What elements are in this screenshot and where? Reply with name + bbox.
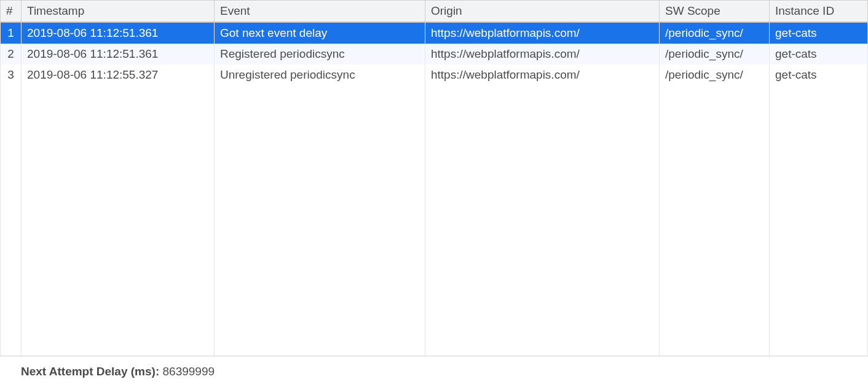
cell-instance_id: get-cats [770,44,868,64]
cell-origin: https://webplatformapis.com/ [425,44,660,64]
table-row[interactable]: 12019-08-06 11:12:51.361Got next event d… [1,22,868,44]
cell-scope: /periodic_sync/ [660,64,770,85]
col-header-index[interactable]: # [1,1,22,23]
cell-scope: /periodic_sync/ [660,22,770,44]
status-bar: Next Attempt Delay (ms): 86399999 [0,356,868,387]
next-attempt-label: Next Attempt Delay (ms): [21,365,163,378]
cell-origin: https://webplatformapis.com/ [425,64,660,85]
event-log-table: # Timestamp Event Origin SW Scope Instan… [0,0,868,356]
col-header-event[interactable]: Event [215,1,425,23]
cell-index: 3 [1,64,22,85]
table-filler-row [1,85,868,356]
table-row[interactable]: 32019-08-06 11:12:55.327Unregistered per… [1,64,868,85]
cell-event: Registered periodicsync [215,44,425,64]
table-row[interactable]: 22019-08-06 11:12:51.361Registered perio… [1,44,868,64]
cell-event: Got next event delay [215,22,425,44]
cell-instance_id: get-cats [770,64,868,85]
col-header-timestamp[interactable]: Timestamp [22,1,215,23]
col-header-origin[interactable]: Origin [425,1,660,23]
col-header-scope[interactable]: SW Scope [660,1,770,23]
cell-timestamp: 2019-08-06 11:12:51.361 [22,44,215,64]
cell-event: Unregistered periodicsync [215,64,425,85]
col-header-instance-id[interactable]: Instance ID [770,1,868,23]
cell-origin: https://webplatformapis.com/ [425,22,660,44]
next-attempt-value: 86399999 [163,365,215,378]
cell-scope: /periodic_sync/ [660,44,770,64]
cell-instance_id: get-cats [770,22,868,44]
event-log-table-container: # Timestamp Event Origin SW Scope Instan… [0,0,868,356]
cell-timestamp: 2019-08-06 11:12:51.361 [22,22,215,44]
table-header-row: # Timestamp Event Origin SW Scope Instan… [1,1,868,23]
cell-index: 1 [1,22,22,44]
event-log-body: 12019-08-06 11:12:51.361Got next event d… [1,22,868,356]
cell-index: 2 [1,44,22,64]
cell-timestamp: 2019-08-06 11:12:55.327 [22,64,215,85]
